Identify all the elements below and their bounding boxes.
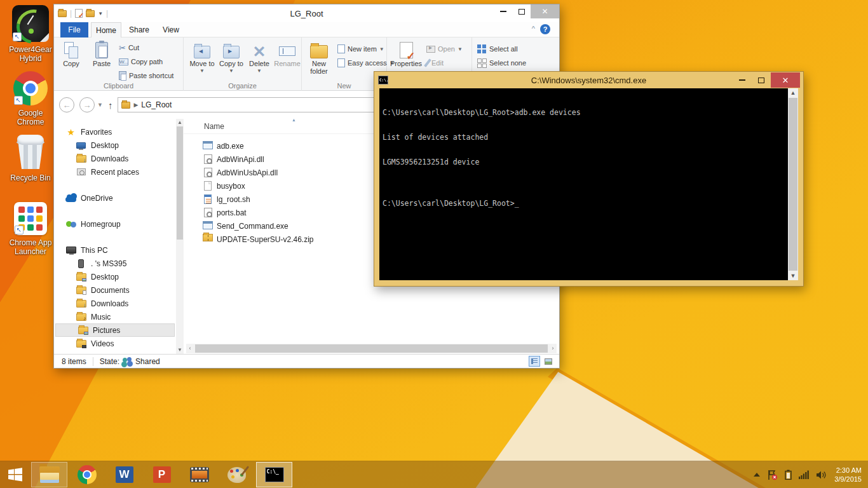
desktop-icon-chrome-app-launcher[interactable]: ↖ Chrome App Launcher bbox=[1, 202, 60, 256]
collapse-ribbon-icon[interactable]: ^ bbox=[532, 25, 535, 32]
cmd-scrollbar[interactable]: ▲ ▼ bbox=[788, 88, 798, 280]
horizontal-scrollbar[interactable]: ‹ › bbox=[186, 344, 557, 353]
tab-home[interactable]: Home bbox=[91, 22, 121, 37]
desktop-icon-chrome[interactable]: ↖ Google Chrome bbox=[1, 71, 60, 126]
scroll-up-icon[interactable]: ▲ bbox=[176, 119, 184, 126]
desktop-icon-recycle-bin[interactable]: Recycle Bin bbox=[1, 135, 60, 182]
taskbar-word[interactable]: W bbox=[106, 462, 142, 487]
scroll-up-icon[interactable]: ▲ bbox=[788, 88, 798, 97]
start-button[interactable] bbox=[0, 461, 31, 488]
scroll-right-icon[interactable]: › bbox=[549, 344, 557, 353]
cmd-close-button[interactable]: ✕ bbox=[771, 72, 800, 88]
nav-scrollbar[interactable]: ▲ ▼ bbox=[176, 119, 184, 354]
taskbar-paint[interactable] bbox=[219, 462, 255, 487]
hidden-icons-caret-icon[interactable] bbox=[754, 473, 760, 477]
desktop-icon-label: Google Chrome bbox=[6, 109, 55, 126]
shortcut-arrow-icon: ↖ bbox=[14, 96, 23, 105]
desktop-icon-label: Power4Gear Hybrid bbox=[6, 45, 55, 63]
taskbar-file-explorer[interactable] bbox=[31, 462, 67, 487]
rename-button[interactable]: Rename bbox=[273, 39, 302, 80]
scrollbar-thumb[interactable] bbox=[195, 344, 548, 353]
qat-new-folder-icon[interactable] bbox=[86, 10, 95, 17]
copy-button[interactable]: Copy bbox=[57, 39, 86, 80]
taskbar-cmd[interactable]: C:\_ bbox=[256, 462, 292, 487]
sidebar-item-desktop[interactable]: Desktop bbox=[54, 139, 184, 152]
edit-button[interactable]: Edit bbox=[426, 57, 444, 69]
move-to-button[interactable]: ◂ Move to▼ bbox=[187, 39, 217, 80]
star-icon: ★ bbox=[65, 128, 76, 137]
desktop-icon-power4gear[interactable]: ↖ Power4Gear Hybrid bbox=[1, 5, 60, 63]
column-header-name[interactable]: Name bbox=[204, 122, 224, 131]
select-none-button[interactable]: Select none bbox=[477, 57, 526, 69]
thumbnail-view-button[interactable] bbox=[543, 356, 554, 367]
taskbar-clock[interactable]: 2:30 AM 3/9/2015 bbox=[834, 466, 862, 484]
taskbar-chrome[interactable] bbox=[69, 462, 105, 487]
qat-properties-icon[interactable] bbox=[75, 9, 83, 18]
sidebar-item-onedrive[interactable]: OneDrive bbox=[54, 191, 184, 205]
open-button[interactable]: Open▼ bbox=[426, 43, 463, 55]
sidebar-item-videos[interactable]: Videos bbox=[54, 337, 184, 350]
qat-customize-caret-icon[interactable]: ▼ bbox=[98, 11, 103, 17]
scrollbar-thumb[interactable] bbox=[789, 98, 797, 271]
scroll-left-icon[interactable]: ‹ bbox=[186, 344, 194, 353]
cmd-minimize-button[interactable] bbox=[733, 73, 752, 87]
music-folder-icon: ♪ bbox=[76, 313, 86, 321]
scroll-down-icon[interactable]: ▼ bbox=[788, 271, 798, 280]
copy-to-button[interactable]: ▸ Copy to▼ bbox=[217, 39, 246, 80]
tab-view[interactable]: View bbox=[157, 22, 185, 37]
thumbnail-view-icon bbox=[545, 358, 552, 365]
breadcrumb-folder-icon bbox=[121, 102, 130, 109]
history-caret-icon[interactable]: ▼ bbox=[97, 102, 103, 108]
sidebar-item-music[interactable]: ♪ Music bbox=[54, 310, 184, 323]
sidebar-item-pc-desktop[interactable]: Desktop bbox=[54, 270, 184, 283]
scroll-down-icon[interactable]: ▼ bbox=[176, 346, 184, 354]
sidebar-item-this-pc[interactable]: This PC bbox=[54, 243, 184, 257]
sidebar-item-favorites[interactable]: ★ Favorites bbox=[54, 125, 184, 139]
battery-icon[interactable] bbox=[785, 470, 792, 480]
minimize-button[interactable] bbox=[494, 4, 512, 18]
sidebar-item-pictures[interactable]: Pictures bbox=[55, 323, 175, 337]
shortcut-arrow-icon: ↖ bbox=[13, 32, 22, 41]
sidebar-item-documents[interactable]: Documents bbox=[54, 283, 184, 297]
sidebar-item-homegroup[interactable]: Homegroup bbox=[54, 217, 184, 231]
explorer-titlebar[interactable]: | ▼ | LG_Root ✕ bbox=[54, 4, 559, 22]
power4gear-icon: ↖ bbox=[12, 5, 49, 42]
ribbon-group-organize: ◂ Move to▼ ▸ Copy to▼ Delete▼ Rename Org… bbox=[184, 37, 302, 91]
new-item-button[interactable]: New item▼ bbox=[337, 43, 384, 55]
select-all-button[interactable]: Select all bbox=[477, 43, 518, 55]
delete-button[interactable]: Delete▼ bbox=[245, 39, 274, 80]
back-button[interactable]: ← bbox=[59, 97, 74, 112]
movie-maker-icon bbox=[190, 467, 209, 482]
cmd-console[interactable]: C:\Users\carl\Desktop\LG_Root>adb.exe de… bbox=[379, 88, 798, 280]
forward-button[interactable]: → bbox=[79, 97, 95, 112]
tab-share[interactable]: Share bbox=[124, 22, 154, 37]
network-signal-icon[interactable] bbox=[799, 470, 809, 479]
window-folder-icon bbox=[58, 10, 67, 17]
maximize-button[interactable] bbox=[512, 4, 531, 18]
breadcrumb[interactable]: LG_Root bbox=[141, 100, 172, 109]
action-center-flag-icon[interactable] bbox=[767, 470, 778, 480]
copy-path-button[interactable]: W...Copy path bbox=[119, 56, 163, 67]
help-icon[interactable]: ? bbox=[540, 24, 550, 34]
paste-icon bbox=[95, 42, 108, 58]
close-button[interactable]: ✕ bbox=[531, 4, 559, 18]
up-button[interactable]: ↑ bbox=[108, 100, 113, 111]
easy-access-button[interactable]: Easy access▼ bbox=[337, 57, 395, 69]
new-folder-button[interactable]: New folder bbox=[303, 39, 335, 80]
volume-icon[interactable] bbox=[816, 470, 827, 480]
paste-button[interactable]: Paste bbox=[87, 39, 116, 80]
sidebar-item-pc-downloads[interactable]: ↓ Downloads bbox=[54, 297, 184, 310]
desktop-folder-icon bbox=[76, 273, 86, 281]
cmd-titlebar[interactable]: C:\. C:\Windows\system32\cmd.exe ✕ bbox=[374, 72, 803, 88]
scrollbar-thumb[interactable] bbox=[177, 126, 183, 240]
cmd-maximize-button[interactable] bbox=[752, 73, 771, 87]
sidebar-item-phone[interactable]: . 's MS395 bbox=[54, 257, 184, 270]
details-view-button[interactable] bbox=[529, 356, 540, 367]
cut-button[interactable]: Cut bbox=[119, 42, 139, 53]
sidebar-item-downloads[interactable]: ↓ Downloads bbox=[54, 152, 184, 165]
tab-file[interactable]: File bbox=[60, 22, 88, 37]
paste-shortcut-button[interactable]: Paste shortcut bbox=[119, 70, 173, 81]
taskbar-powerpoint[interactable]: P bbox=[144, 462, 180, 487]
taskbar-movie-maker[interactable] bbox=[181, 462, 217, 487]
sidebar-item-recent-places[interactable]: Recent places bbox=[54, 165, 184, 179]
